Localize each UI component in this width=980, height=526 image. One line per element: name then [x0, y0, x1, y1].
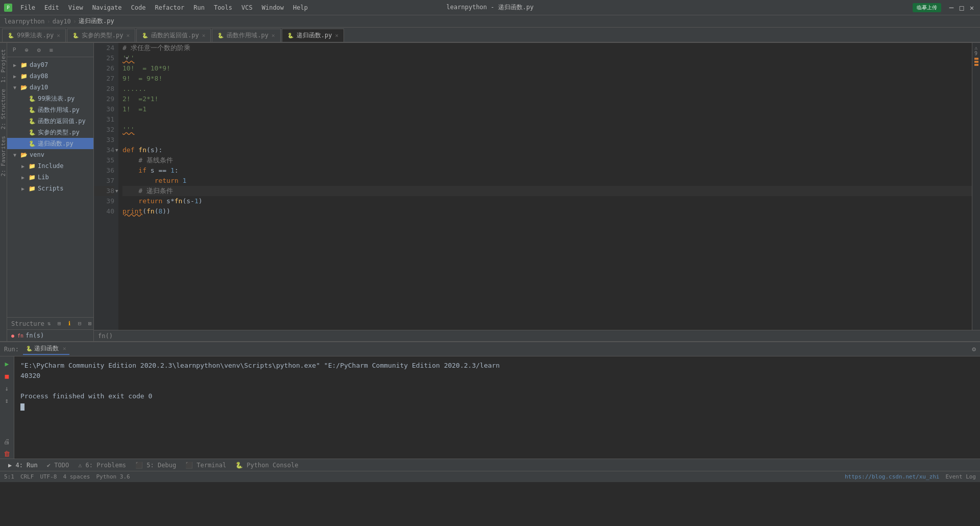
tree-item-include[interactable]: ▶ 📁 Include [7, 160, 93, 172]
sidebar-settings-btn[interactable]: ⚙ [34, 45, 44, 55]
menu-tools[interactable]: Tools [210, 3, 236, 12]
menu-run[interactable]: Run [189, 3, 209, 12]
run-down-btn[interactable]: ↓ [2, 383, 12, 393]
bottom-tab-todo[interactable]: ✔ TODO [43, 461, 73, 470]
run-tab-close[interactable]: ✕ [63, 345, 66, 352]
tree-item-lib[interactable]: ▶ 📁 Lib [7, 172, 93, 183]
struct-info-btn[interactable]: ℹ [65, 319, 74, 328]
run-stop-btn[interactable]: ■ [2, 371, 12, 381]
code-line-25[interactable]: ''' ▼ [122, 53, 972, 63]
breadcrumb-item-file[interactable]: 递归函数.py [79, 17, 114, 26]
tree-item-day08[interactable]: ▶ 📁 day08 [7, 70, 93, 82]
tab-return[interactable]: 🐍 函数的返回值.py ✕ [136, 29, 211, 42]
code-line-26[interactable]: 10! = 10*9! [122, 63, 972, 74]
run-tab-recursive[interactable]: 🐍 递归函数 ✕ [23, 343, 69, 355]
tab-close-99[interactable]: ✕ [57, 32, 60, 39]
run-play-btn[interactable]: ▶ [2, 358, 12, 369]
tab-close-recursive[interactable]: ✕ [335, 32, 338, 39]
menu-help[interactable]: Help [289, 3, 312, 12]
code-line-39[interactable]: return s*fn(s-1) [122, 196, 972, 206]
tab-recursive[interactable]: 🐍 递归函数.py ✕ [282, 29, 344, 42]
menu-code[interactable]: Code [127, 3, 150, 12]
code-line-31[interactable] [122, 114, 972, 125]
fold-indicator-38[interactable]: ▼ [115, 186, 118, 196]
left-tab-project[interactable]: 1: Project [0, 47, 8, 85]
linenum-32: 32 [94, 125, 114, 135]
upload-button[interactable]: 临摹上传 [913, 3, 941, 12]
struct-settings-btn[interactable]: ⊠ [85, 319, 94, 328]
code-text-29: 2! =2*1! [122, 94, 158, 104]
code-editor[interactable]: 24 25 26 27 28 29 30 31 32 33 34 35 36 3… [94, 43, 980, 330]
menu-edit[interactable]: Edit [40, 3, 63, 12]
tree-item-day10[interactable]: ▼ 📂 day10 [7, 82, 93, 93]
breadcrumb-item-folder[interactable]: day10 [53, 18, 71, 25]
tab-icon-shican: 🐍 [72, 33, 79, 38]
fold-indicator-34[interactable]: ▼ [115, 145, 118, 155]
breadcrumb-item-project[interactable]: learnpython [4, 18, 44, 25]
code-line-36[interactable]: if s == 1: [122, 165, 972, 176]
sidebar-collapse-btn[interactable]: ≡ [46, 45, 56, 55]
tree-item-returnval[interactable]: ▶ 🐍 函数的返回值.py [7, 115, 93, 127]
tree-item-scope[interactable]: ▶ 🐍 函数作用域.py [7, 104, 93, 115]
bottom-panel: Run: 🐍 递归函数 ✕ ⚙ ▶ ■ ↓ ↕ 🖨 🗑 "E:\PyCharm … [0, 341, 980, 459]
status-link[interactable]: https://blog.csdn.net/xu_zhi [845, 473, 939, 480]
bottom-tab-terminal[interactable]: ⬛ Terminal [181, 461, 230, 470]
menu-window[interactable]: Window [258, 3, 288, 12]
code-line-24[interactable]: # 求任意一个数的阶乘 [122, 43, 972, 53]
sidebar-add-btn[interactable]: ⊕ [21, 45, 32, 55]
maximize-button[interactable]: □ [958, 4, 966, 12]
struct-collapse-btn[interactable]: ⊞ [55, 319, 64, 328]
tab-scope[interactable]: 🐍 函数作用域.py ✕ [212, 29, 280, 42]
code-line-35[interactable]: # 基线条件 [122, 155, 972, 165]
menu-view[interactable]: View [64, 3, 87, 12]
code-line-27[interactable]: 9! = 9*8! [122, 74, 972, 84]
tab-99[interactable]: 🐍 99乘法表.py ✕ [2, 29, 66, 42]
struct-sort-btn[interactable]: ⇅ [44, 319, 54, 328]
menu-navigate[interactable]: Navigate [88, 3, 126, 12]
menu-bar: File Edit View Navigate Code Refactor Ru… [16, 3, 312, 12]
run-print-btn[interactable]: 🖨 [2, 436, 12, 446]
code-line-34[interactable]: ▼ def fn(s): [122, 145, 972, 155]
fold-indicator-25[interactable]: ▼ [126, 53, 128, 63]
run-trash-btn[interactable]: 🗑 [2, 448, 12, 459]
code-line-32[interactable]: ''' [122, 125, 972, 135]
tree-arrow-day08: ▶ [13, 74, 19, 79]
cursor-blink [20, 403, 24, 411]
code-line-38[interactable]: # 递归条件 ▼ [122, 186, 972, 196]
tree-item-venv[interactable]: ▼ 📂 venv [7, 149, 93, 160]
terminal-output[interactable]: "E:\PyCharm Community Edition 2020.2.3\l… [14, 356, 980, 459]
run-scroll-btn[interactable]: ↕ [2, 395, 12, 405]
tab-shican[interactable]: 🐍 实参的类型.py ✕ [67, 29, 135, 42]
menu-refactor[interactable]: Refactor [151, 3, 188, 12]
menu-file[interactable]: File [16, 3, 39, 12]
status-event-log[interactable]: Event Log [945, 473, 976, 480]
minimize-button[interactable]: ─ [947, 4, 955, 12]
code-line-37[interactable]: return 1 [122, 176, 972, 186]
code-line-30[interactable]: 1! =1 [122, 104, 972, 114]
left-tab-structure[interactable]: 2: Structure [0, 87, 8, 131]
tab-close-shican[interactable]: ✕ [126, 32, 130, 39]
tab-close-return[interactable]: ✕ [202, 32, 206, 39]
tab-close-scope[interactable]: ✕ [272, 32, 275, 39]
bottom-tab-run[interactable]: ▶ 4: Run [4, 461, 42, 470]
tree-item-day07[interactable]: ▶ 📁 day07 [7, 59, 93, 70]
menu-vcs[interactable]: VCS [237, 3, 257, 12]
code-content[interactable]: # 求任意一个数的阶乘 ''' ▼ 10! = 10*9! 9! = 9*8! [118, 43, 972, 330]
tree-item-recursive[interactable]: ▶ 🐍 递归函数.py [7, 138, 93, 149]
left-tab-favorites[interactable]: 2: Favorites [0, 134, 8, 178]
folder-icon-day08: 📁 [20, 73, 28, 80]
tree-item-shican[interactable]: ▶ 🐍 实参的类型.py [7, 127, 93, 138]
struct-filter-btn[interactable]: ⊟ [75, 319, 84, 328]
run-settings-btn[interactable]: ⚙ [972, 345, 976, 353]
code-line-33[interactable] [122, 135, 972, 145]
bottom-tab-debug[interactable]: ⬛ 5: Debug [131, 461, 180, 470]
close-button[interactable]: ✕ [968, 4, 976, 12]
structure-item-fn[interactable]: ● fn fn(s) [7, 330, 93, 341]
tree-item-scripts[interactable]: ▶ 📁 Scripts [7, 183, 93, 194]
code-line-28[interactable]: ...... [122, 84, 972, 94]
code-line-29[interactable]: 2! =2*1! [122, 94, 972, 104]
bottom-tab-python-console[interactable]: 🐍 Python Console [231, 461, 302, 470]
code-line-40[interactable]: print(fn(8)) [122, 206, 972, 217]
tree-item-99[interactable]: ▶ 🐍 99乘法表.py [7, 93, 93, 104]
bottom-tab-problems[interactable]: ⚠ 6: Problems [74, 461, 130, 470]
